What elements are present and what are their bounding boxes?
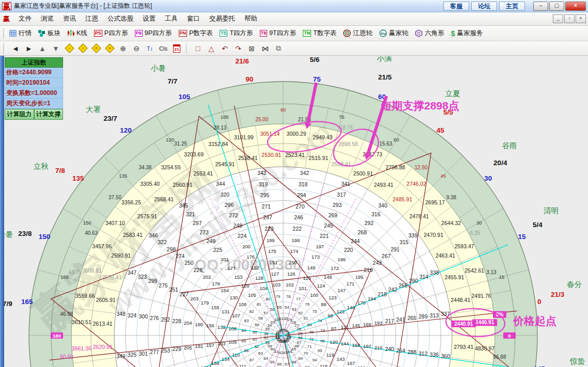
drawtool-zoom-out[interactable]: ⊖: [130, 43, 143, 54]
svg-text:157: 157: [206, 342, 214, 348]
badge-PS: PS: [94, 30, 102, 37]
drawtool-rotate-right-tri[interactable]: ▼: [50, 43, 62, 54]
svg-text:198: 198: [291, 237, 300, 243]
svg-text:3254.55: 3254.55: [161, 164, 181, 170]
menu-item-帮助[interactable]: 帮助: [240, 13, 262, 25]
svg-text:88: 88: [257, 365, 261, 367]
toolbar-9p-square[interactable]: P99P四方形: [135, 29, 172, 38]
menu-item-文件[interactable]: 文件: [14, 13, 36, 25]
menu-item-交易委托[interactable]: 交易委托: [205, 13, 240, 25]
toolbar-p-square[interactable]: PSP四方形: [94, 29, 128, 38]
toolbar-winner-service[interactable]: $赢家服务: [451, 29, 483, 38]
svg-text:45: 45: [437, 126, 445, 134]
toolbar-kline[interactable]: K线: [67, 29, 87, 38]
svg-text:57: 57: [264, 311, 268, 315]
panel-button-计算阻力[interactable]: 计算阻力: [5, 109, 34, 120]
header-button-客服[interactable]: 客服: [443, 2, 469, 11]
svg-text:78: 78: [286, 294, 291, 299]
header-button-主页[interactable]: 主页: [499, 2, 525, 11]
drawtool-zoom-in[interactable]: ⊕: [117, 43, 129, 54]
svg-text:72: 72: [309, 337, 314, 342]
svg-text:341: 341: [341, 181, 350, 187]
drawtool-rotate-ccw[interactable]: ↶: [219, 43, 231, 54]
mdi-close-button[interactable]: ×: [576, 14, 586, 23]
toolbar-t-square[interactable]: TST四方形: [220, 29, 253, 38]
toolbar-quotes[interactable]: 行情: [9, 29, 32, 38]
menu-item-工具[interactable]: 工具: [160, 13, 182, 25]
mdi-minimize-button[interactable]: _: [553, 14, 563, 23]
svg-text:95: 95: [318, 348, 322, 353]
drawtool-square-tool[interactable]: □: [192, 43, 204, 54]
drawtool-step-down[interactable]: ˅: [103, 43, 116, 54]
svg-text:320: 320: [220, 192, 229, 198]
toolbar-hexagon[interactable]: 六角形: [415, 29, 444, 38]
svg-text:34.38: 34.38: [138, 165, 151, 170]
parameter-panel: 上证指数 价格=2440.9099时间=20190104变换系数=1.00000…: [5, 57, 63, 120]
svg-text:196: 196: [337, 257, 346, 262]
drawtool-step-up[interactable]: ˄: [90, 43, 102, 54]
badge-PN: PN: [179, 30, 188, 37]
next-icon: ►: [25, 44, 33, 53]
panel-row-1[interactable]: 时间=20190104: [5, 78, 63, 88]
toolbar-gann-wheel[interactable]: 江恩轮: [343, 29, 373, 38]
header-button-论坛[interactable]: 论坛: [471, 2, 497, 11]
drawtool-prev[interactable]: ◄: [9, 43, 22, 54]
drawtool-box-x[interactable]: ⊠: [245, 43, 258, 54]
close-button[interactable]: ×: [565, 2, 586, 11]
minimize-button[interactable]: –: [533, 2, 548, 11]
svg-text:83: 83: [244, 318, 249, 323]
menu-item-资讯[interactable]: 资讯: [58, 13, 81, 25]
drawtool-t-updown[interactable]: T↕: [144, 43, 156, 54]
svg-text:124: 124: [317, 283, 325, 289]
svg-text:2560.91: 2560.91: [173, 182, 193, 188]
drawtool-calendar[interactable]: 21: [171, 43, 183, 54]
mdi-restore-button[interactable]: ▫: [564, 14, 575, 23]
svg-text:346: 346: [149, 232, 158, 238]
svg-text:46.88: 46.88: [60, 311, 73, 317]
svg-text:126: 126: [287, 271, 296, 277]
panel-row-3[interactable]: 周天变化步长=1: [5, 99, 63, 109]
drawtool-rotate-cw[interactable]: ↷: [232, 43, 244, 54]
menu-item-公式选股[interactable]: 公式选股: [103, 13, 138, 25]
drawtool-screen[interactable]: ⧉: [272, 43, 285, 54]
menu-item-设置[interactable]: 设置: [138, 13, 160, 25]
drawtool-step-left[interactable]: ‹: [63, 43, 75, 54]
svg-text:289: 289: [419, 313, 428, 320]
svg-text:2746.02: 2746.02: [407, 181, 426, 187]
toolbar-winner-wheel[interactable]: Big赢家轮: [379, 29, 409, 38]
svg-text:273: 273: [199, 229, 209, 235]
svg-text:197: 197: [316, 244, 324, 249]
svg-text:25.00: 25.00: [255, 117, 268, 122]
panel-row-2[interactable]: 变换系数=1.00000: [5, 88, 63, 99]
svg-text:2575.91: 2575.91: [137, 213, 157, 219]
svg-text:3661.36: 3661.36: [72, 345, 91, 352]
drawtool-rotate-left-tri[interactable]: ▲: [36, 43, 49, 54]
svg-text:242: 242: [388, 286, 397, 293]
drawtool-cls[interactable]: Cls: [157, 43, 169, 54]
toolbar-sectors[interactable]: 板块: [38, 29, 60, 38]
drawtool-triangle-tool[interactable]: △: [205, 43, 218, 54]
title-bar: 赢 赢家江恩专业版[赢家服务平台] - [上证指数 江恩轮] 客服论坛主页 –▢…: [0, 0, 588, 12]
menu-item-浏览[interactable]: 浏览: [36, 13, 58, 25]
drawtool-step-right[interactable]: ›: [76, 43, 89, 54]
svg-text:2620.91: 2620.91: [93, 344, 113, 350]
drawtool-shrink[interactable]: ⋈: [259, 43, 271, 54]
maximize-button[interactable]: ▢: [549, 2, 564, 11]
svg-text:318: 318: [299, 181, 308, 187]
svg-text:6.25: 6.25: [470, 230, 481, 236]
svg-text:52: 52: [298, 311, 303, 315]
drawtool-next[interactable]: ►: [23, 43, 35, 54]
menu-item-江恩[interactable]: 江恩: [81, 13, 103, 25]
menu-item-窗口[interactable]: 窗口: [182, 13, 205, 25]
panel-button-计算支撑[interactable]: 计算支撑: [34, 109, 64, 120]
panel-row-0[interactable]: 价格=2440.9099: [5, 68, 63, 78]
svg-text:321: 321: [186, 211, 195, 217]
toolbar-t-table[interactable]: TNT数字表: [303, 29, 336, 38]
badge-TS: TS: [220, 30, 228, 37]
svg-text:246: 246: [294, 214, 303, 220]
drawbar-separator: [186, 43, 190, 54]
toolbar-p-table[interactable]: PNP数字表: [179, 29, 213, 38]
toolbar-9t-square[interactable]: T99T四方形: [260, 29, 297, 38]
gann-wheel-canvas[interactable]: 赢家财富网www.yingjia360.comQQ:10080036012345…: [4, 56, 588, 367]
svg-text:2568.41: 2568.41: [154, 196, 174, 202]
